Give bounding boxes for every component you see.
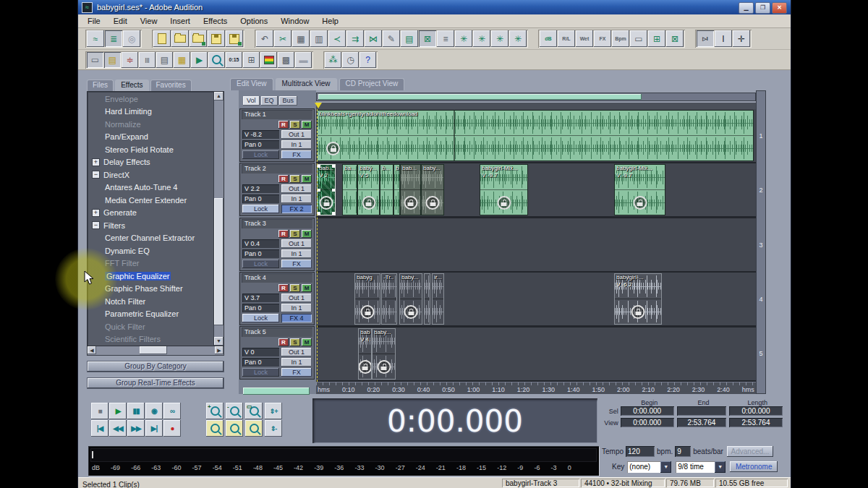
record-button[interactable]: ● <box>163 420 181 437</box>
scroll-up-arrow[interactable]: ▲ <box>214 92 224 100</box>
tree-item-generate[interactable]: +Generate <box>88 207 224 220</box>
multitrack-view-icon[interactable]: ≣ <box>105 30 122 47</box>
tree-item-graphic-phase-shifter[interactable]: Graphic Phase Shifter <box>88 283 224 296</box>
rewind-button[interactable]: ◀◀ <box>109 420 127 437</box>
files-window-icon[interactable]: ▤ <box>104 52 121 68</box>
time-signature-combo[interactable]: 9/8 time ▼ <box>676 461 726 473</box>
menu-help[interactable]: Help <box>315 15 345 27</box>
group-by-category-button[interactable]: Group By Category <box>87 361 224 372</box>
volume-field[interactable]: V 0 <box>242 348 279 356</box>
level-meter[interactable]: dB-69-66-63-60-57-54-51-48-45-42-39-36-3… <box>88 446 599 476</box>
track-eq-window-icon[interactable]: ||| <box>139 52 156 68</box>
zoom-in-vertical-button[interactable]: ⇕+ <box>265 403 282 419</box>
fast-forward-button[interactable]: ▶▶ <box>127 420 145 437</box>
view-end-field[interactable]: 2:53.764 <box>677 418 726 427</box>
clip-handle[interactable] <box>318 212 320 215</box>
lock-button[interactable]: Lock <box>242 314 279 322</box>
undo-icon[interactable]: ↶ <box>256 30 273 47</box>
scroll-down-arrow[interactable]: ▼ <box>214 337 224 346</box>
pause-button[interactable]: ▮▮ <box>127 403 145 419</box>
fx-button[interactable]: FX 2 <box>281 205 312 213</box>
open-file-icon[interactable] <box>171 30 189 47</box>
tree-item-notch-filter[interactable]: Notch Filter <box>88 295 224 308</box>
audio-clip-babygirl-mix[interactable]: babygirl-Mix...V -9.7 <box>614 164 665 215</box>
menu-edit[interactable]: Edit <box>107 15 134 27</box>
crossfade-icon[interactable]: ⋈ <box>365 30 382 47</box>
time-ruler[interactable]: hms0:100:200:300:400:501:001:101:201:301… <box>316 382 756 394</box>
audio-clip-bab[interactable]: bab... <box>400 164 421 215</box>
chevron-down-icon[interactable]: ▼ <box>660 461 671 473</box>
pan-field[interactable]: Pan 0 <box>242 140 279 149</box>
play-looped-button[interactable]: ∞ <box>163 403 181 419</box>
output-button[interactable]: Out 1 <box>281 130 312 139</box>
track-name[interactable]: Track 5 <box>242 328 312 337</box>
fx-button[interactable]: FX <box>281 260 312 268</box>
zoom-to-selection-button[interactable]: ▭ <box>245 403 263 419</box>
fx-button[interactable]: FX <box>281 150 312 159</box>
mute-button[interactable]: M <box>302 175 312 183</box>
tree-item-fft-filter[interactable]: FFT Filter <box>88 257 224 270</box>
close-button[interactable]: ✕ <box>772 2 787 14</box>
play-button[interactable]: ▶ <box>109 403 127 419</box>
new-session-icon[interactable] <box>153 30 171 47</box>
go-to-end-button[interactable]: ▶| <box>145 420 163 437</box>
audio-clip-babygirl-mix[interactable]: babygirl-Mix...V -9.7 <box>480 164 528 215</box>
solo-button[interactable]: S <box>290 175 300 183</box>
tree-item-envelope[interactable]: Envelope <box>88 93 224 106</box>
input-button[interactable]: In 1 <box>281 304 312 312</box>
session-info-icon[interactable]: ▤ <box>156 52 173 68</box>
audio-clip-babygirl[interactable]: babygirl-...V -6.2 <box>614 273 662 325</box>
zoom-out-vertical-button[interactable]: ⇕- <box>265 420 282 437</box>
output-button[interactable]: Out 1 <box>281 184 312 193</box>
audio-clip-blinkbeats-gentlyradiohitfreedownload[interactable]: blinkbeats+gentlyradiohitfreedownload <box>317 110 754 161</box>
chevron-down-icon[interactable]: ▼ <box>715 461 726 473</box>
tree-item-media-center-extender[interactable]: Media Center Extender <box>88 194 224 207</box>
mute-button[interactable]: M <box>302 121 312 129</box>
controls-scroll-thumb[interactable] <box>243 388 310 395</box>
zoom-in-button[interactable]: + <box>206 403 224 419</box>
help-icon[interactable]: ? <box>359 52 376 68</box>
tree-item-filters[interactable]: −Filters <box>88 219 224 232</box>
save-as-icon[interactable] <box>226 30 243 47</box>
output-button[interactable]: Out 1 <box>281 239 312 248</box>
tab-cd-project-view[interactable]: CD Project View <box>339 78 405 90</box>
lock-button[interactable]: Lock <box>242 150 279 159</box>
grid-snap-icon[interactable]: ▦ <box>292 30 310 47</box>
block-edit-icon[interactable]: ▥ <box>310 30 328 47</box>
playhead-marker-icon[interactable] <box>315 103 322 108</box>
group-realtime-effects-button[interactable]: Group Real-Time Effects <box>87 377 224 389</box>
audio-clip-ba[interactable]: ba... <box>342 164 357 215</box>
tree-item-center-channel-extractor[interactable]: Center Channel Extractor <box>88 232 224 245</box>
output-button[interactable]: Out 1 <box>281 348 312 356</box>
pan-field[interactable]: Pan 0 <box>242 304 279 312</box>
track-name[interactable]: Track 4 <box>242 273 312 283</box>
solo-button[interactable]: S <box>290 284 300 292</box>
clip-lock-icon[interactable]: ⊠ <box>419 30 436 47</box>
blank-window-icon[interactable]: ▬ <box>295 52 312 68</box>
pencil-icon[interactable]: ✎ <box>383 30 400 47</box>
solo-button[interactable]: S <box>290 121 300 129</box>
menu-view[interactable]: View <box>134 15 164 27</box>
film-window-icon[interactable]: ▩ <box>278 52 294 68</box>
tree-item-normalize[interactable]: Normalize <box>88 118 224 131</box>
volume-field[interactable]: V 3.7 <box>242 294 279 302</box>
clip-handle[interactable] <box>332 165 335 168</box>
mute-button[interactable]: M <box>302 338 312 346</box>
minimize-button[interactable]: ▁ <box>739 2 754 14</box>
clip-stretch-icon[interactable]: ⊞ <box>648 30 665 47</box>
organizer-window-icon[interactable]: ▭ <box>87 52 103 68</box>
pan-field[interactable]: Pan 0 <box>242 194 279 203</box>
fx-loop-icon[interactable]: ✳ <box>473 30 490 47</box>
scrollbar-thumb[interactable] <box>214 198 224 325</box>
volume-field[interactable]: V 2.2 <box>242 184 279 193</box>
db-range-icon[interactable]: dB <box>540 30 557 47</box>
cd-project-icon[interactable]: ◎ <box>123 30 140 47</box>
clip-group-icon[interactable]: ⊠ <box>666 30 684 47</box>
sel-begin-field[interactable]: 0:00.000 <box>621 406 674 416</box>
lock-button[interactable]: Lock <box>242 205 279 213</box>
wet-dry-icon[interactable]: Wet <box>576 30 593 47</box>
tree-item-stereo-field-rotate[interactable]: Stereo Field Rotate <box>88 143 224 156</box>
audio-clip-tr[interactable]: -Tr.. <box>381 273 397 325</box>
menu-window[interactable]: Window <box>274 15 315 27</box>
tree-vertical-scrollbar[interactable]: ▲ ▼ <box>213 92 224 346</box>
